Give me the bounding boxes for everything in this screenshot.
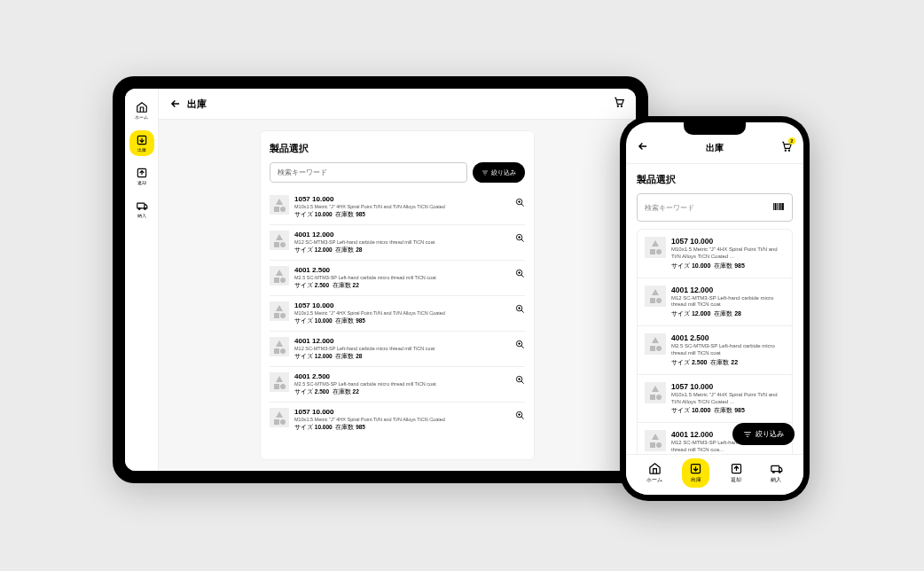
filter-button[interactable]: 絞り込み <box>732 423 795 445</box>
product-row[interactable]: 1057 10.000M10x1.5 Metric "J" 4HX Spiral… <box>638 230 792 278</box>
nav-item-return[interactable]: 返却 <box>723 458 750 488</box>
product-info: 1057 10.000M10x1.5 Metric "J" 4HX Spiral… <box>294 408 525 432</box>
product-desc: M10x1.5 Metric "J" 4HX Spiral Point Ti/N… <box>671 246 785 261</box>
product-meta: サイズ 2.500 在庫数 22 <box>294 388 525 396</box>
sidebar-item-return[interactable]: 返却 <box>129 163 154 189</box>
back-button[interactable] <box>637 140 649 156</box>
product-row[interactable]: 4001 2.500M2.5 SC-MTM3-SP Left-hand carb… <box>270 260 525 295</box>
product-info: 4001 2.500M2.5 SC-MTM3-SP Left-hand carb… <box>671 333 785 367</box>
nav-label: 出庫 <box>691 476 701 484</box>
product-title: 1057 10.000 <box>671 237 785 246</box>
sidebar: ホーム 出庫 返却 納入 <box>125 89 159 471</box>
product-meta: サイズ 10.000 在庫数 985 <box>294 317 525 325</box>
phone-screen: 出庫 2 製品選択 検索キーワード 1057 10.000M10x1.5 Met… <box>626 122 803 495</box>
magnify-plus-icon <box>515 340 525 349</box>
product-info: 1057 10.000M10x1.5 Metric "J" 4HX Spiral… <box>671 382 785 416</box>
tablet-screen: ホーム 出庫 返却 納入 出庫 製品選択 <box>125 89 636 471</box>
sidebar-item-deliver[interactable]: 納入 <box>129 196 154 222</box>
product-meta: サイズ 12.000 在庫数 28 <box>294 353 525 361</box>
product-thumbnail <box>645 237 666 258</box>
product-thumbnail <box>645 286 666 307</box>
back-button[interactable] <box>169 98 182 110</box>
nav-item-home[interactable]: ホーム <box>639 458 670 488</box>
page-title: 出庫 <box>649 142 780 154</box>
product-info: 4001 2.500M2.5 SC-MTM3-SP Left-hand carb… <box>294 372 525 396</box>
arrow-left-icon <box>637 140 649 153</box>
cart-button[interactable]: 2 <box>780 140 793 156</box>
sidebar-item-out[interactable]: 出庫 <box>129 130 154 156</box>
product-title: 4001 2.500 <box>294 372 525 380</box>
filter-label: 絞り込み <box>491 168 516 177</box>
product-row[interactable]: 4001 12.000M12 SC-MTM3-SP Left-hand carb… <box>270 224 525 260</box>
product-desc: M2.5 SC-MTM3-SP Left-hand carbide micro … <box>294 381 525 387</box>
magnify-plus-icon <box>515 198 525 207</box>
cart-button[interactable] <box>613 96 625 112</box>
product-desc: M2.5 SC-MTM3-SP Left-hand carbide micro … <box>294 275 525 280</box>
product-meta: サイズ 10.000 在庫数 985 <box>671 262 785 270</box>
out-icon <box>689 462 702 475</box>
filter-button[interactable]: 絞り込み <box>473 162 525 183</box>
product-info: 4001 12.000M12 SC-MTM3-SP Left-hand carb… <box>294 231 525 254</box>
zoom-button[interactable] <box>515 266 525 282</box>
return-icon <box>136 167 148 179</box>
zoom-button[interactable] <box>515 231 525 246</box>
product-row[interactable]: 1057 10.000M10x1.5 Metric "J" 4HX Spiral… <box>270 402 525 437</box>
sidebar-item-label: 返却 <box>137 180 146 185</box>
product-title: 4001 12.000 <box>294 231 525 239</box>
product-meta: サイズ 10.000 在庫数 985 <box>294 424 525 432</box>
product-thumbnail <box>645 382 666 403</box>
svg-point-5 <box>617 106 618 106</box>
product-thumbnail <box>270 301 289 321</box>
svg-point-14 <box>785 150 786 151</box>
product-desc: M10x1.5 Metric "J" 4HX Spiral Point Ti/N… <box>294 417 525 422</box>
magnify-plus-icon <box>515 411 525 420</box>
product-thumbnail <box>645 430 666 451</box>
product-info: 4001 2.500M2.5 SC-MTM3-SP Left-hand carb… <box>294 266 525 290</box>
product-row[interactable]: 4001 12.000M12 SC-MTM3-SP Left-hand carb… <box>270 331 525 366</box>
zoom-button[interactable] <box>515 337 525 353</box>
product-row[interactable]: 1057 10.000M10x1.5 Metric "J" 4HX Spiral… <box>270 295 525 331</box>
search-row: 検索キーワード 絞り込み <box>270 162 525 183</box>
product-thumbnail <box>270 231 289 250</box>
product-row[interactable]: 1057 10.000M10x1.5 Metric "J" 4HX Spiral… <box>638 375 792 424</box>
sidebar-item-label: 出庫 <box>137 147 146 153</box>
product-info: 1057 10.000M10x1.5 Metric "J" 4HX Spiral… <box>671 237 785 270</box>
deliver-icon <box>136 199 148 212</box>
barcode-button[interactable] <box>772 199 785 215</box>
card-title: 製品選択 <box>270 142 525 155</box>
product-thumbnail <box>270 195 289 215</box>
product-info: 1057 10.000M10x1.5 Metric "J" 4HX Spiral… <box>294 195 525 219</box>
product-info: 1057 10.000M10x1.5 Metric "J" 4HX Spiral… <box>294 301 525 325</box>
product-desc: M12 SC-MTM3-SP Left-hand carbide micro t… <box>294 239 525 245</box>
nav-item-deliver[interactable]: 納入 <box>763 458 790 488</box>
product-title: 4001 2.500 <box>671 333 785 342</box>
sidebar-item-home[interactable]: ホーム <box>129 98 154 123</box>
product-card: 製品選択 検索キーワード 絞り込み 1057 10.000M10x1.5 Met… <box>260 130 535 460</box>
svg-point-6 <box>621 106 622 106</box>
product-meta: サイズ 2.500 在庫数 22 <box>671 358 785 367</box>
arrow-left-icon <box>169 98 182 110</box>
product-title: 1057 10.000 <box>294 195 525 203</box>
product-title: 1057 10.000 <box>294 301 525 309</box>
product-row[interactable]: 4001 2.500M2.5 SC-MTM3-SP Left-hand carb… <box>638 326 792 375</box>
page-header: 出庫 <box>159 89 636 120</box>
search-input[interactable]: 検索キーワード <box>637 193 793 222</box>
zoom-button[interactable] <box>515 372 525 388</box>
out-icon <box>136 134 148 146</box>
nav-item-out[interactable]: 出庫 <box>682 458 709 488</box>
magnify-plus-icon <box>515 375 525 385</box>
zoom-button[interactable] <box>515 195 525 211</box>
product-meta: サイズ 2.500 在庫数 22 <box>294 282 525 290</box>
zoom-button[interactable] <box>515 408 525 424</box>
zoom-button[interactable] <box>515 301 525 317</box>
search-input[interactable]: 検索キーワード <box>270 162 467 183</box>
product-list: 1057 10.000M10x1.5 Metric "J" 4HX Spiral… <box>637 229 793 454</box>
product-row[interactable]: 4001 12.000M12 SC-MTM3-SP Left-hand carb… <box>638 278 792 327</box>
product-thumbnail <box>270 372 289 392</box>
bottom-nav: ホーム 出庫 返却 納入 <box>626 454 803 495</box>
product-row[interactable]: 1057 10.000M10x1.5 Metric "J" 4HX Spiral… <box>270 190 525 224</box>
phone-device: 出庫 2 製品選択 検索キーワード 1057 10.000M10x1.5 Met… <box>620 116 810 501</box>
home-icon <box>648 462 662 475</box>
tablet-device: ホーム 出庫 返却 納入 出庫 製品選択 <box>113 76 648 483</box>
product-row[interactable]: 4001 2.500M2.5 SC-MTM3-SP Left-hand carb… <box>270 366 525 402</box>
